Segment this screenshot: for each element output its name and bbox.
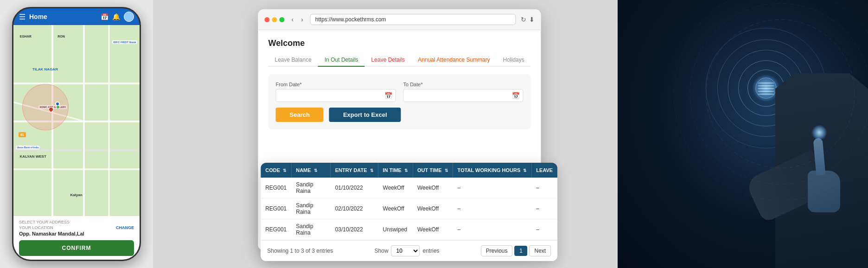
show-label: Show	[375, 248, 389, 254]
calendar-icon[interactable]: 📅	[101, 13, 108, 20]
entries-label: entries	[423, 248, 440, 254]
map-label-tilak-nagar: TILAK NAGAR	[32, 67, 58, 71]
browser-navigation: ‹ ›	[289, 15, 306, 24]
cell-name: Sandip Raina	[291, 178, 330, 198]
cell-total-hours: –	[453, 178, 532, 198]
url-bar[interactable]: https://www.pockethrms.com	[310, 14, 516, 25]
avatar[interactable]	[124, 12, 134, 22]
cell-out-time: WeekOff	[413, 198, 453, 219]
tab-leave-details[interactable]: Leave Details	[365, 54, 412, 67]
page-navigation: Previous 1 Next	[481, 245, 551, 256]
action-btn-row: Search Export to Excel	[276, 108, 523, 122]
cell-name: Sandip Raina	[291, 198, 330, 219]
col-entry-date[interactable]: ENTRY DATE ⇅	[331, 163, 378, 178]
tab-holidays[interactable]: Holidays	[497, 54, 531, 67]
fingerprint-panel	[618, 0, 868, 268]
fingertip-glow	[811, 125, 827, 140]
location-address: Opp. Namaskar Mandal,Lal	[19, 231, 134, 236]
person-hand	[808, 171, 840, 212]
cell-name: Sandip Raina	[291, 219, 330, 240]
address-select-label: Select your address	[19, 220, 134, 224]
cell-in-time: WeekOff	[378, 178, 413, 198]
cell-in-time: WeekOff	[378, 198, 413, 219]
export-button[interactable]: Export to Excel	[329, 108, 401, 122]
phone-title: Home	[29, 13, 97, 20]
from-date-input[interactable]	[276, 89, 396, 102]
download-button[interactable]: ⬇	[529, 16, 535, 23]
phone-icons: 📅 🔔	[101, 12, 134, 22]
back-button[interactable]: ‹	[289, 15, 296, 24]
cell-entry-date: 03/10/2022	[331, 219, 378, 240]
to-date-field: To Date* 📅	[403, 82, 523, 102]
cell-in-time: Unswiped	[378, 219, 413, 240]
cell-code: REG001	[261, 198, 291, 219]
gallery-marker	[49, 107, 54, 114]
your-location-label: YOUR LOCATION	[19, 225, 53, 230]
to-date-calendar-icon[interactable]: 📅	[512, 92, 520, 99]
table-row: REG001 Sandip Raina 02/10/2022 WeekOff W…	[261, 198, 557, 219]
next-button[interactable]: Next	[530, 245, 551, 256]
col-leave[interactable]: LEAVE	[531, 163, 557, 178]
phone-bottom-panel: Select your address YOUR LOCATION CHANGE…	[13, 216, 140, 260]
cell-out-time: WeekOff	[413, 219, 453, 240]
refresh-button[interactable]: ↻	[521, 16, 526, 23]
cell-leave: –	[531, 198, 557, 219]
location-radius	[22, 84, 69, 130]
close-dot[interactable]	[265, 17, 270, 22]
col-out-time[interactable]: OUT TIME ⇅	[413, 163, 453, 178]
forward-button[interactable]: ›	[299, 15, 306, 24]
cell-code: REG001	[261, 219, 291, 240]
from-date-input-wrap: 📅	[276, 89, 396, 102]
search-button[interactable]: Search	[276, 108, 324, 122]
map-label-ron: RON	[57, 35, 65, 38]
from-date-label: From Date*	[276, 82, 396, 87]
table-row: REG001 Sandip Raina 03/10/2022 Unswiped …	[261, 219, 557, 240]
minimize-dot[interactable]	[272, 17, 277, 22]
tabs-row: Leave Balance In Out Details Leave Detai…	[268, 54, 531, 67]
browser-panel: ‹ › https://www.pockethrms.com ↻ ⬇ Welco…	[153, 0, 618, 268]
map-label-eghar: EGHAR	[20, 35, 32, 38]
map-bank-label: IDFC FIRST Bank	[112, 40, 137, 44]
to-date-label: To Date*	[403, 82, 523, 87]
cell-total-hours: –	[453, 219, 532, 240]
table-body: REG001 Sandip Raina 01/10/2022 WeekOff W…	[261, 178, 557, 240]
confirm-button[interactable]: CONFIRM	[19, 240, 134, 256]
table-row: REG001 Sandip Raina 01/10/2022 WeekOff W…	[261, 178, 557, 198]
table-card: CODE ⇅ NAME ⇅ ENTRY DATE ⇅ IN TIME ⇅	[261, 163, 557, 261]
tab-annual-attendance[interactable]: Annual Attendance Summary	[411, 54, 496, 67]
cell-code: REG001	[261, 178, 291, 198]
col-total-hours[interactable]: TOTAL WORKING HOURS ⇅	[453, 163, 532, 178]
phone-status-bar: ☰ Home 📅 🔔	[13, 8, 140, 25]
to-date-input[interactable]	[403, 89, 523, 102]
phone-panel: ☰ Home 📅 🔔 EG	[0, 0, 153, 268]
browser-actions: ↻ ⬇	[521, 16, 535, 23]
previous-button[interactable]: Previous	[481, 245, 513, 256]
from-date-calendar-icon[interactable]: 📅	[384, 92, 392, 99]
tab-leave-balance[interactable]: Leave Balance	[268, 54, 318, 67]
col-in-time[interactable]: IN TIME ⇅	[378, 163, 413, 178]
to-date-input-wrap: 📅	[403, 89, 523, 102]
cell-leave: –	[531, 178, 557, 198]
data-table: CODE ⇅ NAME ⇅ ENTRY DATE ⇅ IN TIME ⇅	[261, 163, 557, 240]
cell-total-hours: –	[453, 198, 532, 219]
map-label-kalyan-west: KALYAN WEST	[20, 154, 46, 159]
menu-icon[interactable]: ☰	[19, 13, 26, 21]
change-button[interactable]: CHANGE	[116, 225, 134, 230]
col-code[interactable]: CODE ⇅	[261, 163, 291, 178]
notification-icon[interactable]: 🔔	[112, 13, 120, 20]
page-number-1[interactable]: 1	[515, 246, 528, 256]
page-size-select[interactable]: 10 25 50	[391, 245, 420, 256]
map-background: EGHAR RON TILAK NAGAR KALYAN WEST Kalyan…	[13, 25, 140, 216]
show-row: Show 10 25 50 entries	[375, 245, 440, 256]
person-silhouette	[752, 0, 868, 268]
col-name[interactable]: NAME ⇅	[291, 163, 330, 178]
welcome-title: Welcome	[268, 38, 531, 48]
cell-out-time: WeekOff	[413, 178, 453, 198]
cell-entry-date: 01/10/2022	[331, 178, 378, 198]
showing-text: Showing 1 to 3 of 3 entries	[267, 248, 333, 254]
phone-map-area: EGHAR RON TILAK NAGAR KALYAN WEST Kalyan…	[13, 25, 140, 216]
road-badge: 61	[19, 132, 26, 137]
url-text: https://www.pockethrms.com	[315, 16, 386, 23]
tab-in-out-details[interactable]: In Out Details	[318, 54, 365, 67]
maximize-dot[interactable]	[280, 17, 285, 22]
